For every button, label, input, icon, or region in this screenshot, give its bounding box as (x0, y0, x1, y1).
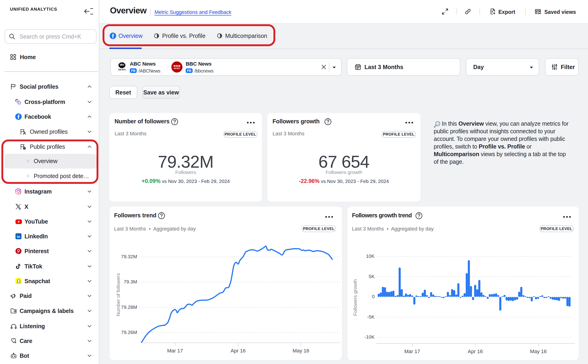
svg-text:in: in (17, 235, 20, 239)
svg-text:C: C (179, 65, 180, 67)
svg-text:NEWS: NEWS (174, 67, 180, 70)
svg-text:B: B (176, 65, 178, 67)
svg-text:B: B (174, 65, 175, 67)
